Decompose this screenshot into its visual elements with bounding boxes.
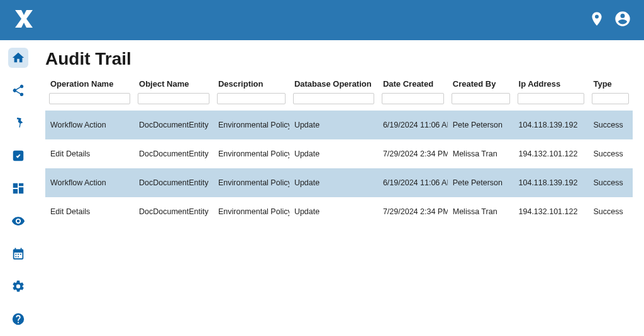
check-icon (11, 149, 25, 163)
home-icon (11, 51, 25, 65)
cell-date-created: 7/29/2024 2:34 PM (378, 139, 448, 168)
col-header-created-by[interactable]: Created By (448, 75, 514, 91)
cell-database-operation: Update (289, 197, 378, 226)
col-header-database-operation[interactable]: Database Operation (289, 75, 378, 91)
cell-type: Success (588, 168, 633, 197)
cell-operation-name: Workflow Action (45, 168, 134, 197)
filter-ip-address[interactable] (518, 93, 585, 104)
table-row[interactable]: Workflow Action DocDocumentEntity Enviro… (45, 168, 633, 197)
cell-ip-address: 104.118.139.192 (514, 168, 589, 197)
cell-database-operation: Update (289, 111, 378, 139)
sidebar-item-pin[interactable] (8, 113, 28, 133)
filter-date-created[interactable] (382, 93, 444, 104)
col-header-ip-address[interactable]: Ip Address (514, 75, 589, 91)
filter-description[interactable] (217, 93, 286, 104)
cell-object-name: DocDocumentEntity (134, 139, 213, 168)
table-row[interactable]: Edit Details DocDocumentEntity Environme… (45, 197, 633, 226)
cell-description: Environmental Policy (213, 168, 289, 197)
cell-description: Environmental Policy (213, 111, 289, 139)
content-area: Audit Trail Operation Name Object Name D… (36, 40, 644, 336)
cell-ip-address: 194.132.101.122 (514, 139, 589, 168)
logo-icon (13, 8, 35, 30)
cell-type: Success (588, 139, 633, 168)
cell-ip-address: 194.132.101.122 (514, 197, 589, 226)
cell-date-created: 6/19/2024 11:06 AM (378, 111, 448, 139)
cell-database-operation: Update (289, 168, 378, 197)
cell-created-by: Melissa Tran (448, 139, 514, 168)
cell-type: Success (588, 197, 633, 226)
col-header-object-name[interactable]: Object Name (134, 75, 213, 91)
filter-created-by[interactable] (452, 93, 510, 104)
main-area: Audit Trail Operation Name Object Name D… (0, 40, 644, 336)
table-row[interactable]: Edit Details DocDocumentEntity Environme… (45, 139, 633, 168)
cell-object-name: DocDocumentEntity (134, 168, 213, 197)
filter-object-name[interactable] (138, 93, 209, 104)
audit-table: Operation Name Object Name Description D… (45, 75, 633, 226)
col-header-operation-name[interactable]: Operation Name (45, 75, 134, 91)
cell-operation-name: Edit Details (45, 197, 134, 226)
sidebar-nav (0, 40, 36, 336)
col-header-description[interactable]: Description (213, 75, 289, 91)
help-icon (11, 312, 25, 326)
cell-ip-address: 104.118.139.192 (514, 111, 589, 139)
share-icon (11, 84, 25, 97)
col-header-type[interactable]: Type (588, 75, 633, 91)
eye-icon (11, 214, 25, 228)
cell-operation-name: Edit Details (45, 139, 134, 168)
table-filter-row (45, 91, 633, 111)
cell-object-name: DocDocumentEntity (134, 197, 213, 226)
sidebar-item-calendar[interactable] (8, 244, 28, 264)
cell-created-by: Pete Peterson (448, 111, 514, 139)
cell-operation-name: Workflow Action (45, 111, 134, 139)
table-header-row: Operation Name Object Name Description D… (45, 75, 633, 91)
dashboard-icon (11, 182, 25, 195)
page-title: Audit Trail (45, 49, 633, 69)
col-header-date-created[interactable]: Date Created (378, 75, 448, 91)
pin-icon (11, 116, 25, 130)
app-logo (13, 8, 35, 33)
table-body: Workflow Action DocDocumentEntity Enviro… (45, 111, 633, 226)
sidebar-item-share[interactable] (8, 80, 28, 100)
sidebar-item-check[interactable] (8, 146, 28, 166)
cell-created-by: Pete Peterson (448, 168, 514, 197)
account-icon[interactable] (614, 10, 631, 30)
cell-database-operation: Update (289, 139, 378, 168)
location-icon[interactable] (589, 11, 605, 30)
header-actions (589, 10, 631, 30)
sidebar-item-home[interactable] (8, 48, 28, 68)
filter-operation-name[interactable] (49, 93, 130, 104)
sidebar-item-eye[interactable] (8, 211, 28, 231)
cell-object-name: DocDocumentEntity (134, 111, 213, 139)
sidebar-item-help[interactable] (8, 309, 28, 329)
cell-description: Environmental Policy (213, 197, 289, 226)
cell-created-by: Melissa Tran (448, 197, 514, 226)
cell-type: Success (588, 111, 633, 139)
filter-type[interactable] (592, 93, 629, 104)
settings-icon (11, 279, 25, 293)
sidebar-item-dashboard[interactable] (8, 178, 28, 198)
cell-date-created: 7/29/2024 2:34 PM (378, 197, 448, 226)
filter-database-operation[interactable] (293, 93, 374, 104)
cell-date-created: 6/19/2024 11:06 AM (378, 168, 448, 197)
app-header (0, 0, 644, 40)
cell-description: Environmental Policy (213, 139, 289, 168)
sidebar-item-settings[interactable] (8, 276, 28, 296)
calendar-icon (11, 247, 25, 261)
table-row[interactable]: Workflow Action DocDocumentEntity Enviro… (45, 111, 633, 139)
